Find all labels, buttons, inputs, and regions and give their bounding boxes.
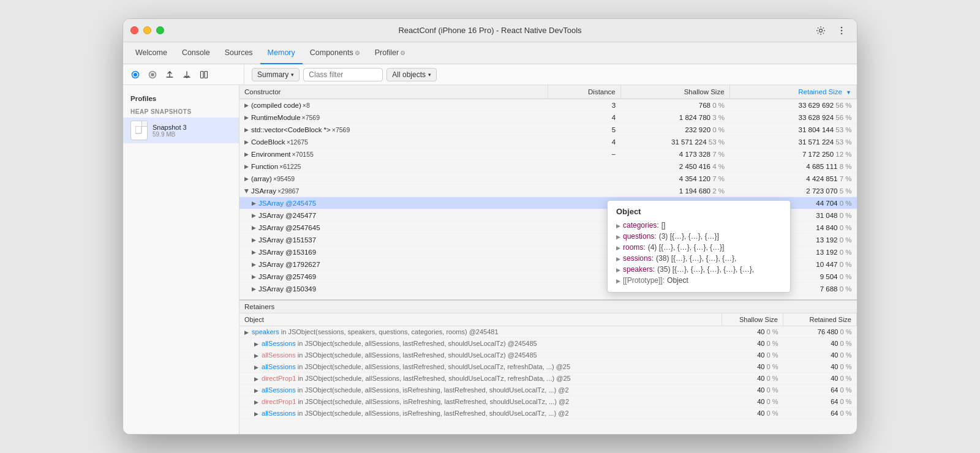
retainers-table: Object Shallow Size Retained Size ▶ spea… <box>239 313 857 419</box>
row-expander[interactable]: ▶ CodeBlock ×12675 <box>244 138 308 146</box>
sidebar-item-snapshot3[interactable]: Snapshot 3 59.9 MB <box>123 118 239 143</box>
retainer-row[interactable]: ▶ allSessions in JSObject(schedule, allS… <box>239 338 857 350</box>
expand-icon: ▶ <box>244 329 249 335</box>
retainer-col-object[interactable]: Object <box>239 313 722 326</box>
upload-button[interactable] <box>162 67 177 82</box>
object-tooltip: Object ▶ categories: [] ▶ questions: (3)… <box>607 200 791 293</box>
retainer-col-retained[interactable]: Retained Size <box>783 313 857 326</box>
col-constructor[interactable]: Constructor <box>239 85 548 99</box>
expand-icon: ▶ <box>254 364 258 370</box>
settings-icon[interactable] <box>813 23 829 39</box>
snapshot-info: Snapshot 3 59.9 MB <box>153 124 187 138</box>
expand-icon: ▶ <box>616 278 620 284</box>
expand-icon: ▶ <box>252 261 256 268</box>
table-row[interactable]: ▶ (compiled code) ×8 3 768 0 % 33 629 69… <box>239 99 857 111</box>
retainer-row[interactable]: ▶ allSessions in JSObject(schedule, allS… <box>239 361 857 373</box>
table-row[interactable]: ▶ CodeBlock ×12675 4 31 571 224 53 % 31 … <box>239 136 857 148</box>
stop-button[interactable] <box>145 67 160 82</box>
comparison-button[interactable] <box>197 67 211 82</box>
expand-icon: ▶ <box>616 256 620 262</box>
tooltip-row-prototype: ▶ [[Prototype]]: Object <box>616 275 782 286</box>
row-expander[interactable]: ▶ JSArray @1792627 <box>252 261 320 268</box>
close-button[interactable] <box>130 26 138 34</box>
row-expander[interactable]: ▶ RuntimeModule ×7569 <box>244 114 320 121</box>
col-shallow-size[interactable]: Shallow Size <box>620 85 729 99</box>
tooltip-row-speakers: ▶ speakers: (35) [{…}, {…}, {…}, {…}, {…… <box>616 264 782 275</box>
row-expander[interactable]: ▶ JSArray @153169 <box>252 249 316 256</box>
minimize-button[interactable] <box>143 26 151 34</box>
expand-icon: ▶ <box>244 176 249 182</box>
summary-dropdown[interactable]: Summary ▾ <box>252 68 300 81</box>
row-expander[interactable]: ▶ JSArray @150349 <box>252 285 316 293</box>
svg-rect-10 <box>135 126 141 133</box>
tab-profiler[interactable]: Profiler ⚙ <box>368 42 413 64</box>
col-retained-size[interactable]: Retained Size ▼ <box>729 85 856 99</box>
col-distance[interactable]: Distance <box>548 85 621 99</box>
table-row[interactable]: ▶ std::vector<CodeBlock *> ×7569 5 232 9… <box>239 124 857 136</box>
row-expander[interactable]: ▶ Function ×61225 <box>244 163 301 170</box>
class-filter-input[interactable] <box>303 68 383 81</box>
table-row[interactable]: ▶ Environment ×70155 − 4 173 328 7 % 7 1… <box>239 148 857 160</box>
components-badge: ⚙ <box>355 50 360 56</box>
tab-welcome[interactable]: Welcome <box>128 42 175 64</box>
row-expander[interactable]: ▶ JSArray @151537 <box>252 236 316 244</box>
row-expander[interactable]: ▶ JSArray ×29867 <box>244 187 299 195</box>
row-expander[interactable]: ▶ (array) ×95459 <box>244 175 295 182</box>
svg-point-5 <box>134 73 137 77</box>
devtools-window: ReactConf (iPhone 16 Pro) - React Native… <box>123 18 858 435</box>
retainer-row[interactable]: ▶ allSessions in JSObject(schedule, allS… <box>239 384 857 396</box>
retainer-row[interactable]: ▶ allSessions in JSObject(schedule, allS… <box>239 350 857 361</box>
sub-toolbar-controls <box>128 64 244 84</box>
tooltip-title: Object <box>616 207 782 216</box>
table-row[interactable]: ▶ (array) ×95459 4 354 120 7 % 4 424 851… <box>239 173 857 185</box>
row-expander[interactable]: ▶ JSArray @245475 <box>252 200 316 207</box>
row-expander[interactable]: ▶ Environment ×70155 <box>244 151 314 158</box>
tab-components[interactable]: Components ⚙ <box>303 42 368 64</box>
more-options-icon[interactable] <box>834 23 850 39</box>
retainer-row[interactable]: ▶ directProp1 in JSObject(schedule, allS… <box>239 396 857 408</box>
svg-point-0 <box>820 29 823 32</box>
retainer-col-shallow[interactable]: Shallow Size <box>722 313 783 326</box>
record-button[interactable] <box>128 67 143 82</box>
retainers-table-wrap[interactable]: Object Shallow Size Retained Size ▶ spea… <box>239 313 857 434</box>
table-row[interactable]: ▶ RuntimeModule ×7569 4 1 824 780 3 % 33… <box>239 111 857 124</box>
expand-icon: ▶ <box>244 114 249 121</box>
download-button[interactable] <box>179 67 194 82</box>
retainers-section: Retainers Object Shallow Size Retained S… <box>239 299 857 434</box>
expand-icon: ▶ <box>254 376 258 382</box>
expand-icon: ▶ <box>252 274 256 280</box>
expand-icon: ▶ <box>254 353 258 359</box>
sub-toolbar-filters: Summary ▾ All objects ▾ <box>247 68 437 81</box>
expand-icon: ▶ <box>252 286 256 292</box>
maximize-button[interactable] <box>156 26 164 34</box>
retainer-row[interactable]: ▶ speakers in JSObject(sessions, speaker… <box>239 326 857 338</box>
svg-rect-9 <box>205 71 208 78</box>
svg-rect-8 <box>201 71 204 78</box>
filter-dropdown[interactable]: All objects ▾ <box>386 68 437 81</box>
expand-icon: ▶ <box>244 127 249 133</box>
tab-console[interactable]: Console <box>175 42 217 64</box>
expand-icon: ▶ <box>616 234 620 240</box>
table-row[interactable]: ▶ JSArray ×29867 1 194 680 2 % 2 723 070… <box>239 185 857 197</box>
snapshot-name: Snapshot 3 <box>153 124 187 131</box>
tab-memory[interactable]: Memory <box>260 42 303 64</box>
titlebar-icons <box>813 23 850 39</box>
expand-icon: ▶ <box>616 267 620 273</box>
expand-icon: ▶ <box>252 212 256 219</box>
expand-icon: ▶ <box>616 223 620 229</box>
window-title: ReactConf (iPhone 16 Pro) - React Native… <box>398 26 581 35</box>
row-expander[interactable]: ▶ JSArray @257469 <box>252 273 316 280</box>
retainer-row[interactable]: ▶ directProp1 in JSObject(schedule, allS… <box>239 373 857 384</box>
svg-rect-7 <box>151 73 154 76</box>
table-row[interactable]: ▶ Function ×61225 2 450 416 4 % 4 685 11… <box>239 160 857 173</box>
tab-sources[interactable]: Sources <box>217 42 260 64</box>
summary-chevron-icon: ▾ <box>291 72 294 78</box>
row-expander[interactable]: ▶ JSArray @245477 <box>252 212 316 219</box>
row-expander[interactable]: ▶ JSArray @2547645 <box>252 224 320 231</box>
filter-chevron-icon: ▾ <box>428 72 431 78</box>
retainer-row[interactable]: ▶ allSessions in JSObject(schedule, allS… <box>239 408 857 419</box>
row-expander[interactable]: ▶ std::vector<CodeBlock *> ×7569 <box>244 126 350 133</box>
retainers-header: Retainers <box>239 301 857 313</box>
content-area: Profiles HEAP SNAPSHOTS Snapshot 3 59.9 … <box>123 85 857 434</box>
row-expander[interactable]: ▶ (compiled code) ×8 <box>244 102 310 109</box>
